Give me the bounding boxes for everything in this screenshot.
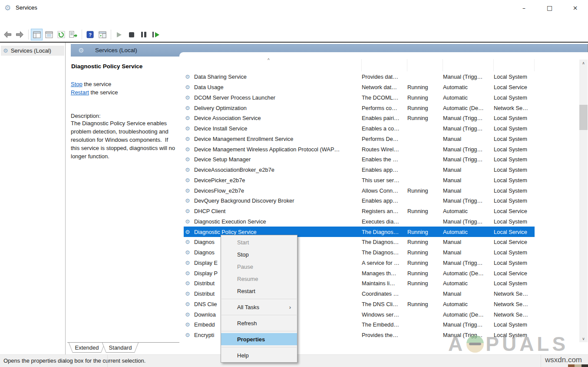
- services-gear-outline-icon: ⚙: [77, 47, 86, 54]
- service-row[interactable]: ⚙Data Usage Network dat… Running Automat…: [184, 82, 535, 93]
- toolbar-separator: [111, 30, 111, 40]
- start-service-button[interactable]: [113, 29, 125, 40]
- service-description: The Diagnostic Policy Service enables pr…: [71, 119, 178, 160]
- refresh-icon: [57, 31, 65, 38]
- service-row[interactable]: ⚙DHCP Client Registers an… Running Autom…: [184, 206, 535, 217]
- service-gear-icon: ⚙: [185, 218, 192, 225]
- context-menu-item[interactable]: Stop ›: [221, 248, 297, 260]
- service-row[interactable]: ⚙DevicePicker_e2b7e This user ser… Manua…: [184, 175, 535, 186]
- service-row[interactable]: ⚙Data Sharing Service Provides dat… Manu…: [184, 72, 535, 82]
- service-gear-icon: ⚙: [185, 301, 192, 307]
- watermark-prefix: A: [448, 332, 466, 356]
- service-gear-icon: ⚙: [185, 332, 192, 338]
- service-row[interactable]: ⚙Device Install Service Enables a co… Ma…: [184, 123, 535, 134]
- service-row[interactable]: ⚙DeviceAssociationBroker_e2b7e Enables a…: [184, 165, 535, 175]
- minimize-button[interactable]: –: [511, 0, 537, 16]
- maximize-button[interactable]: □: [537, 0, 562, 16]
- extended-detail-pane: Diagnostic Policy Service Stop the servi…: [71, 57, 180, 343]
- toolbar-separator: [82, 30, 82, 40]
- service-action-link[interactable]: Stop: [71, 81, 83, 87]
- service-row[interactable]: ⚙Device Association Service Enables pair…: [184, 113, 535, 123]
- view-tab[interactable]: Extended: [69, 343, 105, 353]
- service-row[interactable]: ⚙DCOM Server Process Launcher The DCOML……: [184, 93, 535, 103]
- restart-service-button[interactable]: [150, 29, 162, 40]
- pause-service-button[interactable]: [138, 29, 149, 40]
- service-action-link[interactable]: Restart: [71, 89, 89, 96]
- column-header[interactable]: [407, 59, 443, 71]
- service-gear-icon: ⚙: [185, 342, 192, 343]
- content-area: ⚙ Services (Local) Diagnostic Policy Ser…: [66, 43, 588, 343]
- menu-bar: [0, 16, 588, 27]
- show-console-tree-button[interactable]: [31, 29, 43, 40]
- status-bar-text: Opens the properties dialog box for the …: [3, 355, 145, 367]
- play-icon: [117, 32, 122, 37]
- service-row[interactable]: ⚙Device Setup Manager Enables the … Manu…: [184, 154, 535, 165]
- forward-button[interactable]: [14, 29, 26, 40]
- service-gear-icon: ⚙: [185, 156, 192, 163]
- service-gear-icon: ⚙: [185, 177, 192, 184]
- pane-header-title: Services (Local): [95, 47, 137, 53]
- arrow-left-icon: [3, 31, 12, 38]
- context-menu-item[interactable]: Help ›: [221, 349, 297, 361]
- stop-service-button[interactable]: [126, 29, 137, 40]
- context-menu-item[interactable]: Resume ›: [221, 273, 297, 285]
- column-header[interactable]: [494, 59, 535, 71]
- menu-item[interactable]: [13, 20, 23, 24]
- tree-item-label: Services (Local): [11, 47, 51, 54]
- menu-item[interactable]: [23, 20, 33, 24]
- scroll-down-icon[interactable]: ∨: [579, 335, 588, 342]
- column-header[interactable]: [184, 59, 362, 71]
- menu-item[interactable]: [4, 20, 13, 24]
- show-action-pane-button[interactable]: [96, 29, 108, 40]
- scroll-up-icon[interactable]: ∧: [579, 60, 588, 67]
- service-gear-icon: ⚙: [185, 229, 192, 235]
- service-row[interactable]: ⚙Device Management Wireless Application …: [184, 144, 535, 154]
- view-tab[interactable]: Standard: [102, 343, 139, 353]
- service-gear-icon: ⚙: [185, 146, 192, 153]
- menu-item[interactable]: [33, 20, 42, 24]
- context-menu-item[interactable]: Properties ›: [221, 333, 297, 345]
- properties-toolbar-button[interactable]: [43, 29, 55, 40]
- context-menu-item[interactable]: Refresh ›: [221, 317, 297, 329]
- vertical-scrollbar[interactable]: ∧ ∨: [579, 60, 588, 342]
- service-gear-icon: ⚙: [185, 311, 192, 318]
- service-gear-icon: ⚙: [185, 187, 192, 194]
- service-gear-icon: ⚙: [185, 125, 192, 132]
- list-header: [184, 59, 535, 71]
- close-button[interactable]: ×: [562, 0, 588, 16]
- context-menu-item[interactable]: ›: [221, 331, 297, 331]
- export-list-icon: [69, 31, 77, 38]
- service-row[interactable]: ⚙DevQuery Background Discovery Broker En…: [184, 196, 535, 206]
- service-row[interactable]: ⚙Diagnostic Execution Service Executes d…: [184, 217, 535, 227]
- submenu-arrow-icon: ›: [289, 304, 291, 310]
- refresh-button[interactable]: [55, 29, 67, 40]
- service-gear-icon: ⚙: [185, 239, 192, 245]
- back-button[interactable]: [2, 29, 13, 40]
- context-menu-item[interactable]: ›: [221, 315, 297, 315]
- svg-text:?: ?: [89, 32, 92, 37]
- service-row[interactable]: ⚙Delivery Optimization Performs co… Runn…: [184, 103, 535, 113]
- toolbar: ?: [0, 27, 588, 42]
- context-menu-item[interactable]: All Tasks ›: [221, 301, 297, 313]
- column-header[interactable]: [362, 59, 407, 71]
- service-row[interactable]: ⚙Device Management Enrollment Service Pe…: [184, 134, 535, 144]
- context-menu-item[interactable]: ›: [221, 299, 297, 299]
- help-button[interactable]: ?: [84, 29, 96, 40]
- service-gear-icon: ⚙: [185, 280, 192, 287]
- service-gear-icon: ⚙: [185, 270, 192, 277]
- context-menu-item[interactable]: Pause ›: [221, 260, 297, 273]
- column-header[interactable]: [443, 59, 494, 71]
- service-row[interactable]: ⚙DevicesFlow_e2b7e Allows Conn… Running …: [184, 185, 535, 196]
- context-menu-item[interactable]: ›: [221, 347, 297, 347]
- service-action-line: Stop the service: [71, 80, 180, 88]
- tree-item-services-local[interactable]: ⚙ Services (Local): [1, 46, 64, 56]
- scrollbar-thumb[interactable]: [579, 105, 588, 130]
- export-list-button[interactable]: [67, 29, 79, 40]
- service-gear-icon: ⚙: [185, 321, 192, 328]
- status-bar-divider: [107, 355, 108, 367]
- context-menu-item[interactable]: Restart ›: [221, 285, 297, 297]
- sort-ascending-icon: ^: [268, 58, 270, 63]
- help-icon: ?: [86, 31, 94, 38]
- toolbar-separator: [28, 30, 29, 40]
- context-menu-item[interactable]: Start ›: [221, 236, 297, 248]
